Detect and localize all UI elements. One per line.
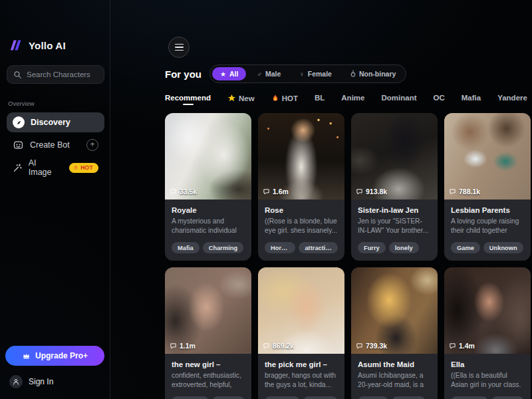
app-title: Yollo AI [29, 40, 66, 51]
tag-row: Yandere bragger [265, 396, 338, 399]
character-name: Ella [451, 360, 524, 368]
tag-chip[interactable]: Mafia [172, 242, 200, 253]
tab-dominant[interactable]: Dominant [381, 94, 416, 102]
tag-row: Horror attractive [265, 242, 338, 253]
tag-chip[interactable]: attractive [299, 242, 338, 253]
tag-chip[interactable]: Furry [358, 242, 386, 253]
tab-anime[interactable]: Anime [341, 94, 364, 102]
tab-bl[interactable]: BL [315, 94, 325, 102]
user-icon [9, 375, 23, 388]
tag-chip[interactable]: Paranormal [172, 396, 209, 399]
character-card-the-new-girl[interactable]: 1.1m the new girl – confident, enthusias… [165, 267, 251, 399]
gold-star-icon [227, 94, 236, 102]
tag-chip[interactable]: confident [212, 396, 245, 399]
tag-row: Text Game beautiful [451, 396, 524, 399]
menu-button[interactable] [168, 37, 190, 58]
plus-icon[interactable]: + [86, 139, 98, 151]
character-image: 869.2k [258, 267, 344, 354]
character-image: 1.4m [444, 267, 531, 354]
tag-chip[interactable]: Horror [265, 242, 295, 253]
filter-non-binary[interactable]: Non-binary [342, 67, 404, 80]
character-name: Lesbian Parents [451, 206, 524, 214]
filter-male[interactable]: ♂ Male [249, 67, 289, 80]
search-icon [13, 70, 22, 79]
character-card-royale[interactable]: 33.5k Royale A mysterious and charismati… [165, 113, 251, 261]
hot-badge: HOT [69, 163, 98, 173]
tab-mafia[interactable]: Mafia [462, 94, 481, 102]
tag-chip[interactable]: lonely [389, 242, 419, 253]
views-counter: 739.3k [356, 342, 387, 350]
tag-chip[interactable]: Anime [358, 396, 388, 399]
tag-chip[interactable]: teasing [392, 396, 426, 399]
filter-all[interactable]: ★ All [212, 67, 246, 80]
character-image: 1.6m [258, 113, 344, 200]
neuter-icon [350, 70, 356, 78]
tag-chip[interactable]: Text Game [451, 396, 488, 399]
character-description: bragger, hangs out with the guys a lot, … [265, 371, 338, 390]
character-card-the-pick-me-girl[interactable]: 869.2k the pick me girl – bragger, hangs… [258, 267, 344, 399]
tab-recommend[interactable]: Recommend [165, 94, 211, 105]
character-name: Rose [265, 206, 338, 214]
sidebar-item-label: Create Bot [30, 140, 70, 150]
character-description: A mysterious and charismatic individual [172, 217, 245, 236]
search-input[interactable] [27, 70, 98, 78]
wand-icon [13, 162, 23, 174]
views-counter: 33.5k [170, 188, 197, 196]
character-card-lesbian-parents[interactable]: 788.1k Lesbian Parents A loving couple r… [444, 113, 531, 261]
tag-row: Mafia Charming [172, 242, 245, 253]
compass-icon [13, 116, 25, 128]
views-counter: 913.8k [356, 188, 387, 196]
character-image: 913.8k [351, 113, 438, 200]
chat-bubble-icon [263, 188, 270, 196]
character-name: the new girl – [172, 360, 245, 368]
character-image: 1.1m [165, 267, 251, 354]
chat-bubble-icon [356, 342, 363, 350]
sidebar-item-label: AI Image [29, 158, 57, 177]
chat-bubble-icon [170, 342, 177, 350]
flame-icon [73, 164, 78, 171]
sidebar-item-ai-image[interactable]: AI Image HOT [7, 158, 104, 178]
tab-oc[interactable]: OC [434, 94, 445, 102]
character-card-sister-in-law-jen[interactable]: 913.8k Sister-in-law Jen Jen is your "SI… [351, 113, 438, 261]
tag-chip[interactable]: Game [451, 242, 480, 253]
mask-icon [13, 140, 24, 151]
search-box[interactable] [7, 65, 104, 84]
flame-icon [271, 94, 279, 102]
character-description: Jen is your "SISTER-IN-LAW" Your brother… [358, 217, 431, 236]
tag-chip[interactable]: Unknown [483, 242, 523, 253]
sign-in-label: Sign In [29, 377, 53, 386]
character-card-ella[interactable]: 1.4m Ella ((Ella is a beautiful Asian gi… [444, 267, 531, 399]
sidebar-item-create-bot[interactable]: Create Bot + [7, 135, 104, 155]
views-counter: 1.1m [170, 342, 196, 350]
tab-yandere[interactable]: Yandere [497, 94, 527, 102]
main-content: For you ★ All ♂ Male ♀ Female [110, 0, 532, 399]
views-counter: 869.2k [263, 342, 294, 350]
views-counter: 788.1k [449, 188, 480, 196]
sign-in-button[interactable]: Sign In [9, 375, 104, 388]
character-card-rose[interactable]: 1.6m Rose ((Rose is a blonde, blue eye g… [258, 113, 344, 261]
upgrade-pro-button[interactable]: Upgrade Pro+ [5, 346, 104, 366]
category-tabs: Recommend New HOT BL Anime Dominant OC M… [165, 94, 532, 105]
tag-chip[interactable]: beautiful [491, 396, 524, 399]
tab-hot[interactable]: HOT [271, 94, 298, 102]
filter-female[interactable]: ♀ Female [291, 67, 340, 80]
chat-bubble-icon [449, 188, 456, 196]
tag-chip[interactable]: Charming [203, 242, 243, 253]
tag-chip[interactable]: Yandere [265, 396, 300, 399]
character-card-asumi-the-maid[interactable]: 739.3k Asumi the Maid Asumi Ichibangase,… [351, 267, 438, 399]
logo[interactable]: Yollo AI [9, 39, 104, 52]
app-window: Yollo AI Overview Discovery [0, 0, 532, 399]
tag-chip[interactable]: bragger [303, 396, 338, 399]
sidebar-item-discovery[interactable]: Discovery [7, 112, 104, 132]
character-description: ((Ella is a beautiful Asian girl in your… [451, 371, 524, 390]
star-icon: ★ [220, 70, 226, 78]
upgrade-pro-label: Upgrade Pro+ [35, 351, 88, 360]
sidebar-section-label: Overview [8, 100, 104, 107]
tab-new[interactable]: New [227, 94, 255, 102]
chat-bubble-icon [356, 188, 363, 196]
character-name: the pick me girl – [265, 360, 338, 368]
for-you-header: For you ★ All ♂ Male ♀ Female [165, 65, 532, 83]
chat-bubble-icon [263, 342, 270, 350]
character-image: 788.1k [444, 113, 531, 200]
character-name: Asumi the Maid [358, 360, 431, 368]
